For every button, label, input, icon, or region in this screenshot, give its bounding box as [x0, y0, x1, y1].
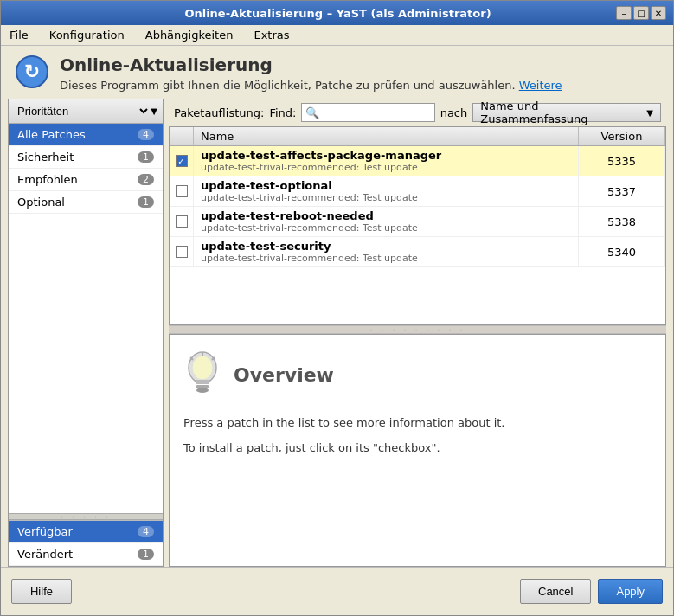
- th-checkbox: [170, 127, 194, 145]
- table-row[interactable]: update-test-reboot-needed update-test-tr…: [170, 207, 665, 237]
- menu-extras[interactable]: Extras: [248, 27, 294, 43]
- sidebar-item-veraendert[interactable]: Verändert 1: [9, 543, 163, 566]
- row-name-cell: update-test-reboot-needed update-test-tr…: [194, 207, 579, 236]
- package-desc: update-test-trival-recommended: Test upd…: [201, 162, 418, 173]
- chevron-down-icon: ▼: [646, 108, 653, 118]
- titlebar-buttons: – □ ✕: [616, 6, 666, 20]
- overview-line2: To install a patch, just click on its "c…: [183, 440, 652, 458]
- header-section: ↻ Online-Aktualisierung Dieses Programm …: [1, 46, 673, 99]
- hilfe-button[interactable]: Hilfe: [11, 579, 72, 604]
- sidebar-item-optional[interactable]: Optional 1: [9, 191, 163, 214]
- row-version-cell: 5335: [579, 146, 665, 176]
- overview-text: Press a patch in the list to see more in…: [183, 414, 652, 458]
- page-title: Online-Aktualisierung: [60, 55, 562, 75]
- overview-panel: Overview Press a patch in the list to se…: [169, 334, 666, 567]
- window-title: Online-Aktualisierung – YaST (als Admini…: [60, 7, 616, 20]
- sidebar-item-alle-patches[interactable]: Alle Patches 4: [9, 124, 163, 146]
- row-version-cell: 5338: [579, 207, 665, 236]
- sidebar-item-count: 4: [138, 526, 154, 537]
- menu-file[interactable]: File: [4, 27, 34, 43]
- maximize-button[interactable]: □: [633, 6, 649, 20]
- package-list-label: Paketauflistung:: [174, 106, 264, 119]
- package-desc: update-test-trival-recommended: Test upd…: [201, 192, 418, 203]
- main-content: Prioritäten ▼ Alle Patches 4 Sicherheit …: [1, 99, 673, 567]
- overview-line1: Press a patch in the list to see more in…: [183, 414, 652, 433]
- row-checkbox-cell: [170, 237, 194, 266]
- cancel-button[interactable]: Cancel: [520, 579, 591, 604]
- sidebar-item-count: 1: [138, 151, 154, 163]
- search-input[interactable]: [323, 106, 427, 119]
- svg-point-3: [192, 356, 213, 380]
- package-version: 5338: [607, 215, 636, 228]
- sidebar-item-count: 4: [138, 129, 154, 140]
- close-button[interactable]: ✕: [651, 6, 666, 20]
- row-checkbox-cell: [170, 207, 194, 236]
- svg-point-6: [196, 388, 209, 393]
- find-label: Find:: [269, 106, 296, 119]
- package-version: 5337: [607, 185, 636, 198]
- sidebar-item-label: Sicherheit: [17, 151, 74, 164]
- sidebar-item-count: 1: [138, 549, 154, 560]
- package-name: update-test-optional: [201, 179, 332, 192]
- sidebar-item-label: Verändert: [17, 548, 73, 561]
- header-text: Online-Aktualisierung Dieses Programm gi…: [60, 55, 562, 92]
- sidebar-bottom: Verfügbar 4 Verändert 1: [9, 520, 163, 566]
- package-version: 5335: [607, 155, 636, 168]
- sidebar-item-verfuegbar[interactable]: Verfügbar 4: [9, 521, 163, 543]
- package-name: update-test-security: [201, 240, 331, 253]
- package-list-header: Paketauflistung: Find: 🔍 nach Name und Z…: [169, 99, 666, 126]
- sidebar: Prioritäten ▼ Alle Patches 4 Sicherheit …: [8, 99, 164, 567]
- header-description: Dieses Programm gibt Ihnen die Möglichke…: [60, 79, 562, 92]
- footer: Hilfe Cancel Apply: [1, 567, 673, 615]
- sidebar-item-sicherheit[interactable]: Sicherheit 1: [9, 146, 163, 169]
- sidebar-divider[interactable]: · · · · ·: [9, 513, 163, 520]
- titlebar: Online-Aktualisierung – YaST (als Admini…: [1, 1, 673, 25]
- sidebar-item-empfohlen[interactable]: Empfohlen 2: [9, 169, 163, 191]
- overview-header: Overview: [183, 349, 652, 401]
- package-name: update-test-affects-package-manager: [201, 149, 441, 162]
- row-checkbox-cell: [170, 176, 194, 206]
- row-version-cell: 5340: [579, 237, 665, 266]
- bulb-icon: [183, 349, 221, 401]
- app-icon: ↻: [15, 55, 49, 89]
- sidebar-header: Prioritäten ▼: [9, 99, 163, 124]
- search-icon: 🔍: [302, 106, 323, 119]
- row-name-cell: update-test-security update-test-trival-…: [194, 237, 579, 266]
- package-name: update-test-reboot-needed: [201, 209, 374, 222]
- sidebar-item-count: 1: [138, 196, 154, 208]
- svg-text:↻: ↻: [24, 61, 40, 82]
- search-box: 🔍: [301, 103, 434, 122]
- package-version: 5340: [607, 246, 636, 259]
- th-version: Version: [579, 127, 665, 145]
- panel-divider[interactable]: · · · · · · · · ·: [169, 325, 666, 334]
- svg-rect-4: [196, 380, 209, 384]
- sidebar-items: Alle Patches 4 Sicherheit 1 Empfohlen 2 …: [9, 124, 163, 513]
- sidebar-item-count: 2: [138, 174, 154, 185]
- menu-konfiguration[interactable]: Konfiguration: [44, 27, 130, 43]
- row-checkbox[interactable]: [176, 246, 188, 258]
- name-zusammenfassung-dropdown[interactable]: Name und Zusammenfassung ▼: [472, 103, 661, 122]
- row-checkbox[interactable]: [176, 215, 188, 228]
- sidebar-item-label: Alle Patches: [17, 128, 86, 141]
- row-name-cell: update-test-affects-package-manager upda…: [194, 146, 579, 176]
- row-version-cell: 5337: [579, 176, 665, 206]
- sidebar-item-label: Optional: [17, 196, 65, 209]
- package-table: Name Version update-test-affects-package…: [169, 126, 666, 325]
- minimize-button[interactable]: –: [616, 6, 632, 20]
- apply-button[interactable]: Apply: [598, 579, 663, 604]
- right-panel: Paketauflistung: Find: 🔍 nach Name und Z…: [169, 99, 666, 567]
- row-checkbox[interactable]: [176, 155, 188, 167]
- row-checkbox[interactable]: [176, 185, 188, 197]
- row-name-cell: update-test-optional update-test-trival-…: [194, 176, 579, 206]
- menubar: File Konfiguration Abhängigkeiten Extras: [1, 25, 673, 46]
- weitere-link[interactable]: Weitere: [519, 79, 562, 92]
- table-row[interactable]: update-test-security update-test-trival-…: [170, 237, 665, 267]
- sidebar-item-label: Empfohlen: [17, 173, 78, 186]
- chevron-down-icon: ▼: [151, 106, 157, 116]
- priority-dropdown[interactable]: Prioritäten: [14, 104, 151, 119]
- table-row[interactable]: update-test-optional update-test-trival-…: [170, 176, 665, 207]
- menu-abhaengigkeiten[interactable]: Abhängigkeiten: [140, 27, 239, 43]
- table-row[interactable]: update-test-affects-package-manager upda…: [170, 146, 665, 176]
- package-desc: update-test-trival-recommended: Test upd…: [201, 222, 418, 234]
- footer-left: Hilfe: [11, 579, 72, 604]
